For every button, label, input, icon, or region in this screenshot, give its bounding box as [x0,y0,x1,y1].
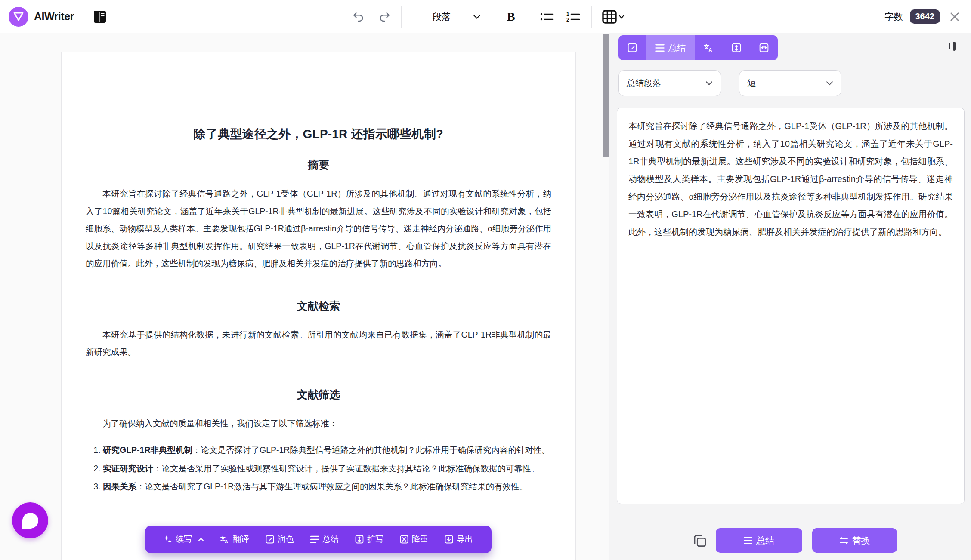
translate-icon: 文A [220,535,229,544]
continue-writing-button[interactable]: 续写 [155,534,212,545]
editor-scrollbar[interactable] [603,34,609,157]
chevron-down-icon [826,81,833,86]
bold-button[interactable]: B [501,10,521,24]
list-item: 实证研究设计：论文是否采用了实验性或观察性研究设计，提供了实证数据来支持其结论？… [103,460,551,477]
redo-button[interactable] [375,8,393,26]
filter-criteria-list: 研究GLP-1R非典型机制：论文是否探讨了GLP-1R除典型信号通路之外的其他机… [86,441,551,495]
document-title: 除了典型途径之外，GLP-1R 还指示哪些机制? [86,126,551,142]
document-editor[interactable]: 除了典型途径之外，GLP-1R 还指示哪些机制? 摘要 本研究旨在探讨除了经典信… [0,33,609,560]
search-paragraph: 本研究基于提供的结构化数据，未进行新的文献检索。所引用的文献均来自已有数据集，涵… [86,326,551,361]
translate-button[interactable]: 文A 翻译 [212,534,257,545]
summarize-icon [655,44,665,52]
numbered-list-button[interactable]: 12 [564,8,584,26]
abstract-heading: 摘要 [86,158,551,172]
toolbar-divider [591,6,592,28]
tab-translate[interactable]: 文A [695,35,723,60]
toolbar-divider [401,6,402,28]
shorten-icon [759,43,769,52]
filter-heading: 文献筛选 [86,388,551,402]
svg-text:1: 1 [566,11,569,17]
sparkles-icon [164,535,172,544]
copy-icon[interactable] [693,533,708,548]
translate-icon: 文A [704,43,714,52]
summary-length-select[interactable]: 短 [739,70,841,96]
filter-intro: 为了确保纳入文献的质量和相关性，我们设定了以下筛选标准： [86,415,551,432]
chevron-down-icon [473,14,481,19]
paragraph-style-dropdown[interactable]: 段落 [409,11,485,23]
list-item: 因果关系：论文是否研究了GLP-1R激活与其下游生理或病理效应之间的因果关系？此… [103,478,551,495]
main-area: 除了典型途径之外，GLP-1R 还指示哪些机制? 摘要 本研究旨在探讨除了经典信… [0,33,971,560]
expand-icon [732,43,741,52]
panel-collapse-icon[interactable] [947,39,962,53]
abstract-paragraph: 本研究旨在探讨除了经典信号通路之外，GLP-1受体（GLP-1R）所涉及的其他机… [86,185,551,272]
panel-footer: 总结 替换 [609,528,971,553]
toolbar-divider [529,6,529,28]
table-insert-button[interactable] [600,7,627,27]
expand-icon [355,535,364,544]
svg-text:A: A [708,47,712,52]
summarize-icon [744,537,752,544]
app-title: AIWriter [34,10,74,23]
list-item: 研究GLP-1R非典型机制：论文是否探讨了GLP-1R除典型信号通路之外的其他机… [103,441,551,459]
summarize-action-button[interactable]: 总结 [716,528,802,553]
search-heading: 文献检索 [86,299,551,313]
editor-toolbar: 段落 B 12 [349,0,627,33]
replace-action-button[interactable]: 替换 [812,528,897,553]
aiwriter-app: AIWriter 段落 B [0,0,971,560]
tab-expand[interactable] [723,35,750,60]
bullet-list-button[interactable] [537,8,557,26]
svg-text:2: 2 [566,17,569,23]
summarize-button[interactable]: 总结 [302,534,347,545]
chevron-down-icon [705,81,713,86]
close-icon[interactable] [947,9,962,25]
summarize-icon [310,535,319,543]
top-toolbar: AIWriter 段落 B [0,0,971,33]
chat-bubble-icon [22,513,38,529]
length-value: 短 [747,77,826,89]
summary-text: 本研究旨在探讨除了经典信号通路之外，GLP-1受体（GLP-1R）所涉及的其他机… [628,117,953,241]
svg-text:A: A [225,539,228,544]
summary-result-card[interactable]: 本研究旨在探讨除了经典信号通路之外，GLP-1受体（GLP-1R）所涉及的其他机… [617,108,965,504]
scope-value: 总结段落 [627,77,705,89]
rewrite-button[interactable]: 降重 [392,534,436,545]
brand: AIWriter [9,0,109,33]
aiwriter-logo-icon [9,7,28,27]
undo-button[interactable] [349,8,368,26]
polish-icon [266,535,274,544]
sidebar-toggle-icon[interactable] [91,7,109,26]
polish-icon [628,43,637,52]
tab-label: 总结 [668,42,686,54]
paragraph-style-value: 段落 [414,11,470,23]
ai-tools-tabbar: 总结 文A [618,35,778,60]
word-count-label: 字数 [885,11,903,23]
tab-shorten[interactable] [750,35,778,60]
chevron-up-icon [198,538,204,542]
toolbar-divider [493,6,493,28]
swap-icon [839,537,848,545]
topbar-right: 字数 3642 [885,0,963,33]
polish-button[interactable]: 润色 [257,534,302,545]
tab-summarize[interactable]: 总结 [646,35,695,60]
document-page[interactable]: 除了典型途径之外，GLP-1R 还指示哪些机制? 摘要 本研究旨在探讨除了经典信… [61,52,576,560]
expand-button[interactable]: 扩写 [347,534,392,545]
export-button[interactable]: 导出 [436,534,481,545]
tab-polish[interactable] [618,35,646,60]
ai-assistant-panel: 总结 文A [609,33,971,560]
chat-widget-button[interactable] [12,502,48,538]
export-icon [445,535,453,544]
selection-toolbar: 续写 文A 翻译 润色 [145,526,492,553]
rewrite-icon [400,535,408,544]
word-count-badge: 3642 [910,9,940,24]
summary-scope-select[interactable]: 总结段落 [618,70,721,96]
